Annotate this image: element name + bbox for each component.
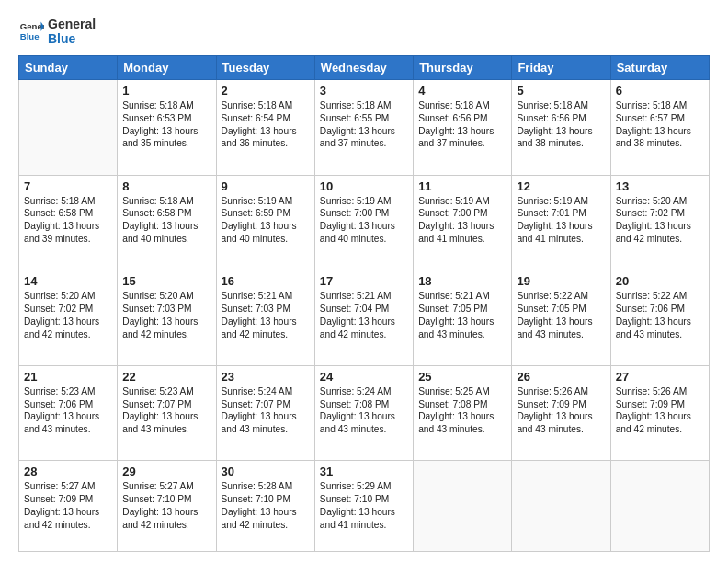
calendar-header-row: SundayMondayTuesdayWednesdayThursdayFrid…	[19, 56, 710, 80]
day-number: 10	[320, 179, 408, 193]
col-header-wednesday: Wednesday	[314, 56, 413, 80]
day-number: 27	[616, 370, 704, 384]
cell-content: Sunrise: 5:27 AM Sunset: 7:10 PM Dayligh…	[122, 480, 210, 531]
cell-content: Sunrise: 5:18 AM Sunset: 6:58 PM Dayligh…	[122, 195, 210, 246]
cell-content: Sunrise: 5:18 AM Sunset: 6:56 PM Dayligh…	[418, 99, 506, 150]
cell-content: Sunrise: 5:21 AM Sunset: 7:03 PM Dayligh…	[222, 290, 310, 340]
day-number: 24	[320, 370, 408, 384]
cell-content: Sunrise: 5:27 AM Sunset: 7:09 PM Dayligh…	[24, 480, 112, 531]
calendar-cell	[19, 80, 118, 176]
calendar-cell: 20Sunrise: 5:22 AM Sunset: 7:06 PM Dayli…	[610, 270, 709, 366]
calendar-cell: 30Sunrise: 5:28 AM Sunset: 7:10 PM Dayli…	[216, 461, 314, 552]
day-number: 20	[616, 274, 704, 288]
col-header-friday: Friday	[512, 56, 610, 80]
col-header-monday: Monday	[118, 56, 216, 80]
day-number: 1	[122, 84, 210, 98]
day-number: 28	[24, 465, 112, 478]
calendar-week-row: 28Sunrise: 5:27 AM Sunset: 7:09 PM Dayli…	[19, 461, 710, 552]
cell-content: Sunrise: 5:19 AM Sunset: 7:00 PM Dayligh…	[418, 195, 506, 246]
calendar-week-row: 21Sunrise: 5:23 AM Sunset: 7:06 PM Dayli…	[19, 365, 710, 461]
day-number: 11	[418, 179, 506, 193]
day-number: 5	[517, 84, 605, 98]
day-number: 9	[222, 179, 310, 193]
cell-content: Sunrise: 5:29 AM Sunset: 7:10 PM Dayligh…	[320, 480, 408, 531]
cell-content: Sunrise: 5:21 AM Sunset: 7:05 PM Dayligh…	[418, 290, 506, 340]
calendar-cell: 28Sunrise: 5:27 AM Sunset: 7:09 PM Dayli…	[19, 461, 118, 552]
calendar-cell: 16Sunrise: 5:21 AM Sunset: 7:03 PM Dayli…	[216, 270, 314, 366]
calendar-week-row: 7Sunrise: 5:18 AM Sunset: 6:58 PM Daylig…	[19, 175, 710, 270]
calendar-cell: 23Sunrise: 5:24 AM Sunset: 7:07 PM Dayli…	[216, 365, 314, 461]
cell-content: Sunrise: 5:22 AM Sunset: 7:05 PM Dayligh…	[517, 290, 605, 340]
day-number: 21	[24, 370, 112, 384]
day-number: 2	[222, 84, 310, 98]
calendar-cell: 21Sunrise: 5:23 AM Sunset: 7:06 PM Dayli…	[19, 365, 118, 461]
calendar-cell: 14Sunrise: 5:20 AM Sunset: 7:02 PM Dayli…	[19, 270, 118, 366]
day-number: 7	[24, 179, 112, 193]
cell-content: Sunrise: 5:18 AM Sunset: 6:57 PM Dayligh…	[616, 99, 704, 150]
calendar-cell: 1Sunrise: 5:18 AM Sunset: 6:53 PM Daylig…	[118, 80, 216, 176]
cell-content: Sunrise: 5:18 AM Sunset: 6:53 PM Dayligh…	[122, 99, 210, 150]
logo-general-text: General	[48, 17, 96, 31]
day-number: 30	[222, 465, 310, 478]
cell-content: Sunrise: 5:26 AM Sunset: 7:09 PM Dayligh…	[616, 385, 704, 436]
header: General Blue General Blue	[18, 17, 710, 46]
cell-content: Sunrise: 5:24 AM Sunset: 7:08 PM Dayligh…	[320, 385, 408, 436]
calendar-cell	[414, 461, 512, 552]
cell-content: Sunrise: 5:19 AM Sunset: 7:00 PM Dayligh…	[320, 195, 408, 246]
svg-text:General: General	[20, 21, 44, 31]
calendar-cell	[512, 461, 610, 552]
day-number: 6	[616, 84, 704, 98]
col-header-tuesday: Tuesday	[216, 56, 314, 80]
svg-text:Blue: Blue	[20, 31, 40, 41]
cell-content: Sunrise: 5:18 AM Sunset: 6:56 PM Dayligh…	[517, 99, 605, 150]
cell-content: Sunrise: 5:18 AM Sunset: 6:55 PM Dayligh…	[320, 99, 408, 150]
calendar-cell: 3Sunrise: 5:18 AM Sunset: 6:55 PM Daylig…	[314, 80, 413, 176]
calendar-cell: 6Sunrise: 5:18 AM Sunset: 6:57 PM Daylig…	[610, 80, 709, 176]
day-number: 26	[517, 370, 605, 384]
logo-blue-text: Blue	[48, 31, 96, 46]
calendar-cell: 25Sunrise: 5:25 AM Sunset: 7:08 PM Dayli…	[414, 365, 512, 461]
calendar-cell: 26Sunrise: 5:26 AM Sunset: 7:09 PM Dayli…	[512, 365, 610, 461]
calendar-cell: 17Sunrise: 5:21 AM Sunset: 7:04 PM Dayli…	[314, 270, 413, 366]
calendar-cell: 10Sunrise: 5:19 AM Sunset: 7:00 PM Dayli…	[314, 175, 413, 270]
cell-content: Sunrise: 5:20 AM Sunset: 7:03 PM Dayligh…	[122, 290, 210, 340]
cell-content: Sunrise: 5:26 AM Sunset: 7:09 PM Dayligh…	[517, 385, 605, 436]
calendar-cell: 22Sunrise: 5:23 AM Sunset: 7:07 PM Dayli…	[118, 365, 216, 461]
calendar-cell: 11Sunrise: 5:19 AM Sunset: 7:00 PM Dayli…	[414, 175, 512, 270]
cell-content: Sunrise: 5:25 AM Sunset: 7:08 PM Dayligh…	[418, 385, 506, 436]
cell-content: Sunrise: 5:22 AM Sunset: 7:06 PM Dayligh…	[616, 290, 704, 340]
day-number: 12	[517, 179, 605, 193]
cell-content: Sunrise: 5:18 AM Sunset: 6:58 PM Dayligh…	[24, 195, 112, 246]
calendar-cell: 15Sunrise: 5:20 AM Sunset: 7:03 PM Dayli…	[118, 270, 216, 366]
calendar-cell: 31Sunrise: 5:29 AM Sunset: 7:10 PM Dayli…	[314, 461, 413, 552]
day-number: 17	[320, 274, 408, 288]
day-number: 16	[222, 274, 310, 288]
cell-content: Sunrise: 5:21 AM Sunset: 7:04 PM Dayligh…	[320, 290, 408, 340]
day-number: 15	[122, 274, 210, 288]
col-header-thursday: Thursday	[414, 56, 512, 80]
cell-content: Sunrise: 5:19 AM Sunset: 7:01 PM Dayligh…	[517, 195, 605, 246]
calendar-cell: 9Sunrise: 5:19 AM Sunset: 6:59 PM Daylig…	[216, 175, 314, 270]
cell-content: Sunrise: 5:19 AM Sunset: 6:59 PM Dayligh…	[222, 195, 310, 246]
cell-content: Sunrise: 5:23 AM Sunset: 7:07 PM Dayligh…	[122, 385, 210, 436]
calendar-cell: 18Sunrise: 5:21 AM Sunset: 7:05 PM Dayli…	[414, 270, 512, 366]
cell-content: Sunrise: 5:20 AM Sunset: 7:02 PM Dayligh…	[24, 290, 112, 340]
day-number: 4	[418, 84, 506, 98]
cell-content: Sunrise: 5:20 AM Sunset: 7:02 PM Dayligh…	[616, 195, 704, 246]
day-number: 13	[616, 179, 704, 193]
logo: General Blue General Blue	[18, 17, 96, 46]
cell-content: Sunrise: 5:28 AM Sunset: 7:10 PM Dayligh…	[222, 480, 310, 531]
calendar-cell: 19Sunrise: 5:22 AM Sunset: 7:05 PM Dayli…	[512, 270, 610, 366]
calendar-cell: 29Sunrise: 5:27 AM Sunset: 7:10 PM Dayli…	[118, 461, 216, 552]
day-number: 29	[122, 465, 210, 478]
day-number: 8	[122, 179, 210, 193]
cell-content: Sunrise: 5:23 AM Sunset: 7:06 PM Dayligh…	[24, 385, 112, 436]
calendar-cell: 7Sunrise: 5:18 AM Sunset: 6:58 PM Daylig…	[19, 175, 118, 270]
col-header-sunday: Sunday	[19, 56, 118, 80]
page: General Blue General Blue SundayMondayTu…	[0, 0, 728, 563]
day-number: 18	[418, 274, 506, 288]
day-number: 19	[517, 274, 605, 288]
calendar-cell: 27Sunrise: 5:26 AM Sunset: 7:09 PM Dayli…	[610, 365, 709, 461]
calendar-cell: 24Sunrise: 5:24 AM Sunset: 7:08 PM Dayli…	[314, 365, 413, 461]
cell-content: Sunrise: 5:18 AM Sunset: 6:54 PM Dayligh…	[222, 99, 310, 150]
